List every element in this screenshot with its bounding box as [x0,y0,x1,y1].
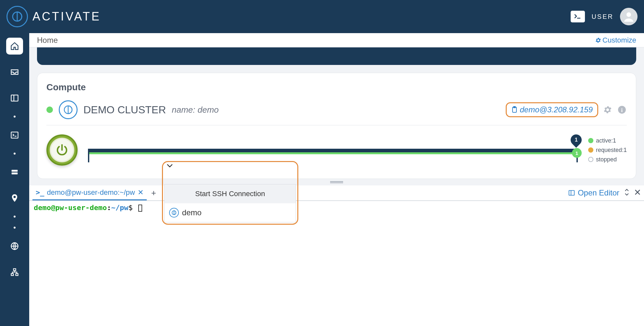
legend-dot-requested-icon [588,147,593,153]
timeline: 1 1 [88,137,578,163]
sidebar [0,33,29,326]
svg-rect-12 [16,274,18,276]
timeline-track-green [88,152,578,154]
legend-dot-active-icon [588,138,593,143]
user-avatar[interactable] [620,8,638,25]
sidebar-separator-dot [14,153,16,155]
sidebar-globe[interactable] [6,238,23,255]
sidebar-panel[interactable] [6,90,23,107]
timeline-marker-green[interactable]: 1 [572,148,582,158]
legend-dot-stopped-icon [588,157,593,162]
terminal-tab-active[interactable]: >_ demo@pw-user-demo:~/pw ✕ [32,186,147,200]
terminal-expand-button[interactable] [624,189,630,197]
chevron-down-icon [167,164,173,168]
svg-point-2 [626,12,631,17]
user-label: USER [591,13,613,20]
terminal-cursor [138,205,142,212]
breadcrumb-bar: Home Customize [29,33,644,47]
cluster-control-row: 1 1 active:1 requested:1 stopped [46,134,627,166]
content-area: Compute DEMO CLUSTER name: demo [29,47,644,179]
svg-rect-11 [11,274,14,276]
expand-icon [624,189,630,196]
ssh-dropdown-toggle[interactable] [164,163,296,169]
breadcrumb-home[interactable]: Home [37,36,58,45]
collapsed-card [37,47,636,65]
sidebar-separator-dot [14,216,16,218]
power-button[interactable] [46,134,78,166]
terminal-close-button[interactable] [634,189,641,197]
prompt-path: ~/pw [111,204,128,212]
terminal-tab-label: demo@pw-user-demo:~/pw [47,188,135,197]
terminal-add-tab-button[interactable]: + [149,188,158,198]
compute-section-title: Compute [46,82,627,93]
cluster-subname: name: demo [172,105,219,115]
info-icon: i [618,106,626,114]
prompt-dollar: $ [128,204,132,212]
terminal-tabs-row: >_ demo@pw-user-demo:~/pw ✕ + Start SSH … [29,185,644,201]
header-terminal-button[interactable] [571,11,585,22]
timeline-marker-dark[interactable]: 1 [568,132,584,148]
sidebar-home[interactable] [6,38,23,55]
svg-rect-3 [11,95,18,101]
customize-link[interactable]: Customize [595,36,636,44]
brand-logo: ACTIVATE [6,6,101,27]
cluster-status-dot [46,107,53,113]
open-editor-button[interactable]: Open Editor [568,188,619,197]
panel-icon [568,189,575,196]
svg-rect-5 [11,132,18,138]
sidebar-separator-dot [14,116,16,118]
sidebar-network[interactable] [6,264,23,281]
terminal-panel: >_ demo@pw-user-demo:~/pw ✕ + Start SSH … [29,185,644,326]
prompt-user-host: demo@pw-user-demo [34,204,107,212]
gear-icon [595,37,601,43]
ssh-address-highlight[interactable]: demo@3.208.92.159 [506,102,598,117]
terminal-prompt-icon: >_ [36,188,44,196]
top-header: ACTIVATE USER [0,0,644,33]
brand-logo-icon [6,6,28,27]
svg-rect-10 [14,269,16,271]
cluster-settings-button[interactable] [603,105,613,115]
ssh-address-text: demo@3.208.92.159 [520,105,593,114]
svg-rect-19 [569,191,575,195]
legend-active: active:1 [588,137,627,144]
cluster-info-button[interactable]: i [617,105,627,115]
gear-icon [603,106,612,114]
sidebar-terminal[interactable] [6,127,23,144]
brand-name: ACTIVATE [32,10,101,23]
sidebar-location[interactable] [6,190,23,207]
sidebar-separator-dot [14,227,16,229]
clipboard-icon [511,106,518,113]
cluster-row: DEMO CLUSTER name: demo demo@3.208.92.15… [46,100,627,125]
power-icon [55,143,69,157]
compute-card: Compute DEMO CLUSTER name: demo [37,73,636,179]
legend-stopped: stopped [588,156,627,163]
terminal-tab-close-icon[interactable]: ✕ [138,188,143,197]
prompt-separator: : [107,204,111,212]
terminal-body[interactable]: demo@pw-user-demo:~/pw$ [29,201,644,326]
sidebar-inbox[interactable] [6,64,23,81]
panel-resize-handle[interactable] [29,179,644,185]
timeline-start-tick [88,151,89,162]
legend-requested: requested:1 [588,147,627,154]
sidebar-storage[interactable] [6,164,23,181]
svg-rect-7 [12,170,18,172]
cluster-logo-icon [59,100,78,119]
ssh-dropdown-title: Start SSH Connection [165,184,296,203]
svg-text:i: i [621,107,623,113]
cluster-name: DEMO CLUSTER [83,104,166,116]
timeline-legend: active:1 requested:1 stopped [588,137,627,163]
svg-rect-8 [12,172,18,174]
close-icon [634,189,641,195]
